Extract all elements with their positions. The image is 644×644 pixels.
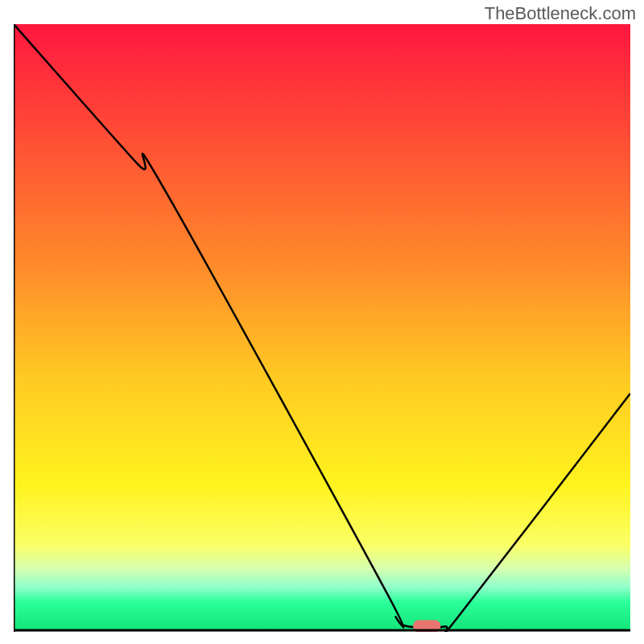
watermark-text: TheBottleneck.com bbox=[485, 3, 636, 24]
gradient-background bbox=[14, 24, 630, 630]
chart-container: TheBottleneck.com bbox=[0, 0, 644, 644]
chart-svg bbox=[14, 24, 630, 632]
plot-area bbox=[14, 24, 630, 632]
